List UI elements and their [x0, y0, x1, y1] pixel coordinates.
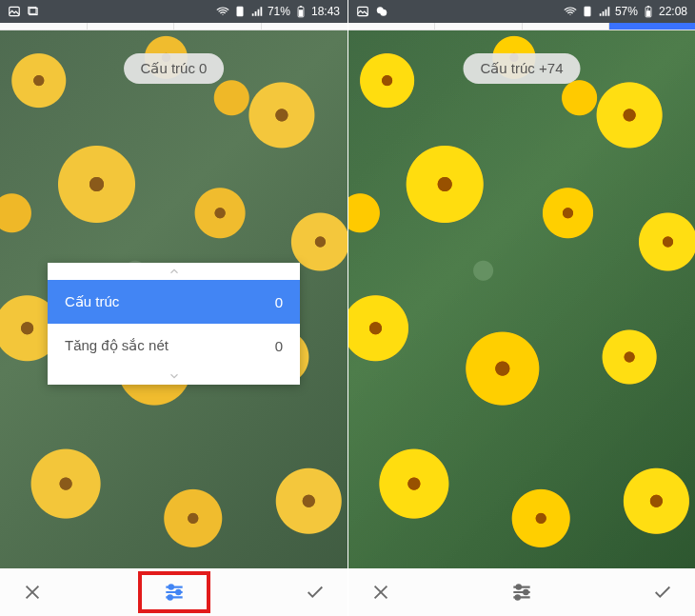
bottom-toolbar [348, 568, 695, 616]
cancel-button[interactable] [362, 573, 400, 611]
photo-canvas[interactable]: Cấu trúc 0 Cấu trúc 0 Tăng độ sắc nét 0 [0, 30, 348, 568]
chevron-down-icon[interactable] [48, 368, 300, 385]
phone-right: 57% 22:08 Cấu trúc +74 [348, 0, 695, 616]
battery-percent: 57% [615, 5, 638, 18]
svg-rect-16 [647, 6, 649, 7]
tab-segment[interactable] [0, 23, 88, 30]
photo-image [348, 30, 695, 568]
dual-screenshot-container: 71% 18:43 Cấu trúc 0 [0, 0, 695, 616]
adjust-row-structure[interactable]: Cấu trúc 0 [48, 280, 300, 324]
tab-segment[interactable] [523, 23, 609, 30]
tab-segment[interactable] [262, 23, 348, 30]
svg-point-17 [517, 585, 521, 588]
tab-segment[interactable] [435, 23, 522, 30]
status-left [356, 5, 388, 18]
adjust-row-sharpen[interactable]: Tăng độ sắc nét 0 [48, 324, 300, 368]
top-tab-strip [0, 23, 348, 30]
cancel-button[interactable] [13, 573, 51, 611]
battery-percent: 71% [268, 5, 290, 18]
pill-label: Cấu trúc +74 [481, 60, 564, 76]
check-icon [305, 582, 326, 603]
close-icon [370, 582, 391, 603]
svg-rect-6 [300, 6, 302, 7]
clock: 22:08 [659, 5, 687, 18]
status-bar: 57% 22:08 [348, 0, 695, 23]
apply-button[interactable] [296, 573, 334, 611]
svg-point-9 [168, 595, 171, 599]
gallery-icon [27, 5, 40, 18]
value-pill: Cấu trúc 0 [124, 53, 225, 84]
adjust-row-value: 0 [275, 338, 283, 354]
svg-point-12 [380, 10, 387, 16]
chat-icon [375, 5, 388, 18]
svg-point-18 [524, 590, 527, 594]
photo-canvas[interactable]: Cấu trúc +74 [348, 30, 695, 568]
adjust-button[interactable] [140, 573, 208, 611]
status-right: 57% 22:08 [564, 5, 687, 18]
wifi-icon [216, 5, 229, 18]
svg-rect-5 [299, 10, 303, 16]
status-right: 71% 18:43 [216, 5, 340, 18]
apply-button[interactable] [644, 573, 682, 611]
signal-icon [598, 5, 611, 18]
top-tab-strip [348, 23, 695, 30]
wifi-icon [564, 5, 577, 18]
svg-rect-3 [236, 7, 243, 17]
check-icon [652, 582, 673, 603]
adjust-row-label: Tăng độ sắc nét [65, 337, 169, 354]
signal-icon [250, 5, 264, 18]
svg-point-8 [176, 590, 180, 594]
bottom-toolbar [0, 568, 348, 616]
status-bar: 71% 18:43 [0, 0, 348, 23]
image-icon [356, 5, 369, 18]
tab-segment[interactable] [88, 23, 175, 30]
chevron-up-icon[interactable] [48, 263, 300, 280]
tab-segment[interactable] [348, 23, 435, 30]
tab-segment-active[interactable] [609, 23, 695, 30]
sim-icon [581, 5, 594, 18]
svg-point-7 [169, 585, 172, 588]
sliders-icon [509, 580, 534, 605]
image-icon [8, 5, 21, 18]
close-icon [22, 582, 43, 603]
svg-point-19 [516, 595, 520, 599]
adjust-row-label: Cấu trúc [65, 293, 119, 310]
clock: 18:43 [311, 5, 340, 18]
battery-icon [294, 5, 308, 18]
adjust-row-value: 0 [275, 294, 283, 310]
pill-label: Cấu trúc 0 [141, 60, 208, 76]
svg-rect-13 [584, 7, 590, 17]
tab-segment[interactable] [174, 23, 262, 30]
phone-left: 71% 18:43 Cấu trúc 0 [0, 0, 348, 616]
battery-charging-icon [642, 5, 655, 18]
status-left [8, 5, 40, 18]
sim-icon [233, 5, 247, 18]
adjust-button[interactable] [487, 573, 556, 611]
value-pill: Cấu trúc +74 [464, 53, 581, 84]
adjustment-panel[interactable]: Cấu trúc 0 Tăng độ sắc nét 0 [48, 263, 300, 385]
sliders-icon [162, 580, 187, 605]
